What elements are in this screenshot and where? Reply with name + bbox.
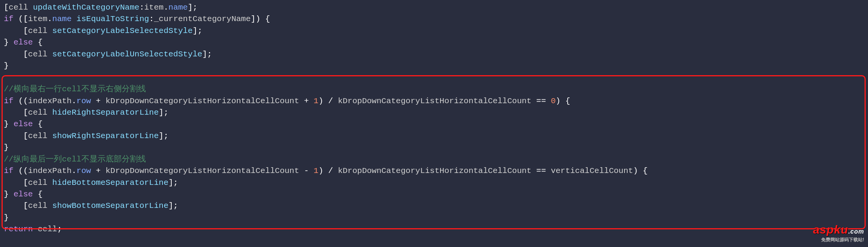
code-content: [cell updateWithCategoryName:item.name];…: [4, 2, 864, 235]
operator: +: [299, 97, 314, 105]
property: row: [76, 97, 91, 105]
dot: .: [71, 166, 76, 175]
method-call: showRightSeparatorLine: [52, 132, 159, 140]
brace-close: }: [4, 143, 9, 152]
bracket-close: ];: [193, 26, 202, 35]
bracket-close: ];: [202, 50, 212, 59]
dot: .: [47, 15, 52, 23]
keyword-else: else: [13, 38, 33, 47]
method-call: isEqualToString: [76, 15, 149, 23]
watermark-main: aspku: [813, 223, 848, 236]
paren-open: ([: [18, 15, 28, 23]
bracket-close: ];: [169, 201, 178, 210]
method-call: showBottomeSeparatorLine: [52, 201, 168, 210]
bracket-open: [: [23, 132, 28, 140]
colon: :: [139, 3, 144, 12]
watermark-com: .com: [848, 228, 864, 235]
operator: ==: [532, 97, 551, 105]
constant: kDropDownCategoryListHorizontalCellCount: [106, 166, 299, 175]
bracket-close: ];: [169, 178, 178, 187]
semicolon: ;: [57, 225, 62, 234]
number: 0: [551, 97, 556, 105]
operator: -: [299, 166, 314, 175]
method-call: setCategoryLabelSelectedStyle: [52, 26, 192, 35]
identifier: cell: [9, 3, 28, 12]
bracket-open: [: [4, 3, 9, 12]
constant: kDropDownCategoryListHorizontalCellCount: [106, 97, 299, 105]
paren-open: ((: [18, 166, 28, 175]
keyword-return: return: [4, 225, 33, 234]
identifier: cell: [28, 108, 47, 117]
bracket-open: [: [23, 178, 28, 187]
constant: kDropDownCategoryListHorizontalCellCount: [338, 97, 532, 105]
brace-close: }: [4, 61, 9, 70]
brace-open: {: [38, 38, 43, 47]
paren-close: ) {: [633, 166, 648, 175]
brace-close: }: [4, 213, 9, 222]
identifier: item: [28, 15, 47, 23]
method-call: setCategoryLabelUnSelectedStyle: [52, 50, 202, 59]
keyword-if: if: [4, 15, 13, 23]
bracket-open: [: [23, 108, 28, 117]
brace-open: {: [38, 190, 43, 199]
brace-close: }: [4, 190, 9, 199]
dot: .: [71, 97, 76, 105]
identifier: indexPath: [28, 97, 71, 105]
operator: +: [91, 166, 106, 175]
brace-close: }: [4, 38, 9, 47]
bracket-close: ];: [159, 132, 168, 140]
bracket-close: ];: [188, 3, 197, 12]
code-editor-area[interactable]: [cell updateWithCategoryName:item.name];…: [0, 0, 868, 237]
bracket-open: [: [23, 26, 28, 35]
keyword-else: else: [13, 120, 33, 128]
method-call: hideBottomeSeparatorLine: [52, 178, 168, 187]
colon: :: [149, 15, 154, 23]
identifier: cell: [28, 132, 47, 140]
property: row: [76, 166, 91, 175]
paren-close: ) /: [318, 97, 338, 105]
property: name: [169, 3, 188, 12]
paren-open: ((: [18, 97, 28, 105]
number: 1: [314, 166, 319, 175]
number: 1: [314, 97, 319, 105]
keyword-else: else: [13, 190, 33, 199]
property: name: [52, 15, 71, 23]
identifier: cell: [28, 178, 47, 187]
identifier: _currentCategoryName: [154, 15, 251, 23]
identifier: indexPath: [28, 166, 71, 175]
brace-open: {: [38, 120, 43, 128]
dot: .: [164, 3, 169, 12]
keyword-if: if: [4, 97, 13, 105]
identifier: cell: [38, 225, 57, 234]
identifier: cell: [28, 201, 47, 210]
keyword-if: if: [4, 166, 13, 175]
bracket-open: [: [23, 201, 28, 210]
bracket-open: [: [23, 50, 28, 59]
identifier: cell: [28, 50, 47, 59]
operator: +: [91, 97, 106, 105]
brace-close: }: [4, 120, 9, 128]
identifier: cell: [28, 26, 47, 35]
identifier: item: [144, 3, 164, 12]
watermark: aspku.com 免费网站源码下载站!: [813, 221, 864, 243]
paren-close: ) {: [556, 97, 570, 105]
bracket-close: ];: [159, 108, 168, 117]
comment: //纵向最后一列cell不显示底部分割线: [4, 155, 146, 164]
comment: //横向最右一行cell不显示右侧分割线: [4, 85, 146, 94]
method-call: updateWithCategoryName: [33, 3, 139, 12]
operator: ==: [532, 166, 551, 175]
identifier: verticalCellCount: [551, 166, 633, 175]
constant: kDropDownCategoryListHorizontalCellCount: [338, 166, 532, 175]
method-call: hideRightSeparatorLine: [52, 108, 159, 117]
paren-close: ) /: [318, 166, 338, 175]
paren-close: ]) {: [251, 15, 270, 23]
